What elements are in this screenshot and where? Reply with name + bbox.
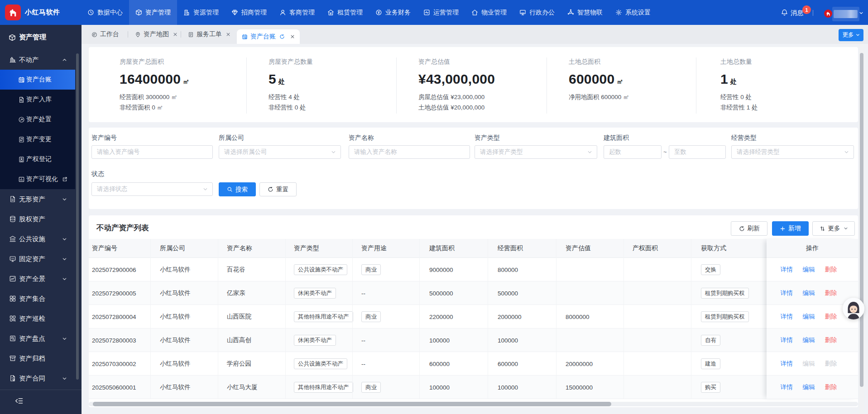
company-select[interactable]: 请选择所属公司 (219, 145, 341, 159)
edit-link[interactable]: 编辑 (803, 336, 815, 344)
nav-item-operation-management[interactable]: 运营管理 (417, 0, 465, 25)
column-header-property-area[interactable]: 产权面积 (633, 239, 658, 258)
asset-type-select[interactable]: 请选择资产类型 (475, 145, 597, 159)
delete-link[interactable]: 删除 (825, 289, 837, 297)
table-row[interactable]: 2025072900005 小红马软件 亿家亲 休闲类不动产 -- 500000… (89, 281, 858, 305)
column-header-asset-type[interactable]: 资产类型 (294, 239, 319, 258)
stat-label: 房屋资产总数量 (269, 58, 397, 66)
column-header-asset-usage[interactable]: 资产用途 (361, 239, 387, 258)
delete-link[interactable]: 删除 (825, 313, 837, 321)
edit-link[interactable]: 编辑 (803, 313, 815, 321)
refresh-icon[interactable] (279, 34, 285, 39)
avatar[interactable] (824, 10, 832, 18)
horse-logo-icon (8, 7, 18, 18)
assistant-girl-icon (843, 298, 864, 319)
asset-name-input[interactable]: 请输入资产名称 (349, 145, 470, 159)
delete-link[interactable]: 删除 (825, 336, 837, 344)
sidebar-subitem-asset-visualization[interactable]: 资产可视化 (0, 169, 75, 189)
stats-summary-card: 房屋资产总面积 16400000㎡ 经营面积 3000000 ㎡ 非经营面积 0… (89, 47, 858, 122)
horizontal-scrollbar-thumb[interactable] (93, 402, 611, 406)
acquire-method-tag: 租赁到期购买权 (701, 288, 749, 299)
close-icon[interactable] (290, 34, 295, 39)
nav-item-property-management[interactable]: 物业管理 (465, 0, 513, 25)
detail-link[interactable]: 详情 (781, 383, 793, 391)
nav-item-lease-management[interactable]: 租赁管理 (321, 0, 369, 25)
column-header-operate-area[interactable]: 经营面积 (498, 239, 523, 258)
sidebar-item-asset-inspection[interactable]: 资产巡检 (0, 309, 75, 328)
detail-link[interactable]: 详情 (781, 336, 793, 344)
nav-item-data-center[interactable]: 数据中心 (81, 0, 129, 25)
sidebar-item-asset-archive[interactable]: 资产归档 (0, 348, 75, 368)
edit-link[interactable]: 编辑 (803, 383, 815, 391)
tabbar-more-button[interactable]: 更多 (839, 29, 863, 41)
table-row[interactable]: 2025070300002 小红马软件 学府公园 公共设施类不动产 -- 600… (89, 352, 858, 376)
sidebar-item-asset-collection[interactable]: 资产集合 (0, 289, 75, 309)
app-logo[interactable] (5, 5, 21, 20)
nav-item-business-finance[interactable]: 业务财务 (369, 0, 417, 25)
assistant-avatar[interactable] (843, 298, 864, 319)
sidebar-item-public-facilities[interactable]: 公共设施 (0, 229, 75, 249)
nav-item-merchant-management[interactable]: 客商管理 (273, 0, 321, 25)
edit-link[interactable]: 编辑 (803, 289, 815, 297)
tab-asset-ledger[interactable]: 资产台账 (237, 29, 300, 44)
table-row[interactable]: 2025072800003 小红马软件 山西高创 休闲类不动产 -- 10000… (89, 328, 858, 352)
table-row[interactable]: 2025072800004 小红马软件 山西医院 其他特殊用途不动产 商业 22… (89, 305, 858, 328)
sidebar-item-real-estate[interactable]: 不动产 (0, 50, 75, 70)
sidebar-item-fixed-assets[interactable]: 固定资产 (0, 249, 75, 269)
user-name-redacted[interactable] (834, 10, 858, 18)
sidebar-subitem-property-registration[interactable]: 产权登记 (0, 149, 75, 169)
sidebar-item-equity-assets[interactable]: 股权资产 (0, 209, 75, 229)
tab-asset-map[interactable]: 资产地图 (135, 30, 177, 38)
reset-button[interactable]: 重置 (259, 182, 297, 196)
vertical-scrollbar-thumb[interactable] (860, 53, 863, 387)
nav-item-system-settings[interactable]: 系统设置 (609, 0, 657, 25)
column-header-asset-name[interactable]: 资产名称 (227, 239, 252, 258)
add-button[interactable]: 新增 (772, 221, 809, 236)
sidebar-scrollbar-thumb[interactable] (76, 53, 79, 380)
sidebar-subitem-asset-ledger[interactable]: 资产台账 (0, 70, 75, 90)
nav-item-smart-iot[interactable]: 智慧物联 (561, 0, 609, 25)
detail-link[interactable]: 详情 (781, 313, 793, 321)
tab-service-order[interactable]: 服务工单 (188, 30, 230, 38)
column-header-acquire-method[interactable]: 获取方式 (701, 239, 726, 258)
detail-link[interactable]: 详情 (781, 266, 793, 274)
messages-link[interactable]: 消息 (791, 9, 803, 17)
nav-item-investment-management[interactable]: 招商管理 (225, 0, 273, 25)
sidebar-subitem-asset-change[interactable]: 资产变更 (0, 129, 75, 149)
column-header-build-area[interactable]: 建筑面积 (429, 239, 455, 258)
delete-link[interactable]: 删除 (825, 383, 837, 391)
nav-item-resource-management[interactable]: 资源管理 (177, 0, 225, 25)
status-select[interactable]: 请选择状态 (91, 182, 213, 196)
sidebar-item-asset-stocktaking[interactable]: 资产盘点 (0, 328, 75, 348)
sidebar-subitem-asset-inbound[interactable]: 资产入库 (0, 90, 75, 109)
nav-item-asset-management[interactable]: 资产管理 (129, 0, 177, 25)
detail-link[interactable]: 详情 (781, 360, 793, 368)
detail-link[interactable]: 详情 (781, 289, 793, 297)
sidebar-item-asset-contract[interactable]: 资产合同 (0, 368, 75, 388)
delete-link[interactable]: 删除 (825, 266, 837, 274)
column-header-company[interactable]: 所属公司 (160, 239, 185, 258)
column-header-valuation[interactable]: 资产估值 (566, 239, 591, 258)
sidebar-item-asset-panorama[interactable]: 资产全景 (0, 269, 75, 289)
close-icon[interactable] (226, 32, 230, 37)
build-area-to-input[interactable]: 至数 (669, 145, 726, 159)
asset-code-input[interactable]: 请输入资产编号 (91, 145, 213, 159)
table-row[interactable]: 2025072900006 小红马软件 百花谷 公共设施类不动产 商业 9000… (89, 258, 858, 281)
search-button[interactable]: 搜索 (219, 182, 256, 196)
menu-fold-icon[interactable] (14, 396, 24, 405)
open-tabs: 工作台 资产地图 服务工单 资产台账 (91, 25, 300, 44)
nav-item-administration[interactable]: 行政办公 (513, 0, 561, 25)
filter-label-asset-type: 资产类型 (475, 134, 500, 142)
bell-icon[interactable] (781, 9, 788, 16)
close-icon[interactable] (173, 32, 177, 37)
edit-link[interactable]: 编辑 (803, 266, 815, 274)
table-more-button[interactable]: 更多 (812, 221, 855, 236)
column-header-asset-code[interactable]: 资产编号 (92, 239, 117, 258)
operate-type-select[interactable]: 请选择经营类型 (731, 145, 854, 159)
sidebar-subitem-asset-disposal[interactable]: 资产处置 (0, 109, 75, 129)
table-row[interactable]: 2025050600001 小红马软件 小红马大厦 其他特殊用途不动产 商业 1… (89, 376, 858, 399)
refresh-button[interactable]: 刷新 (731, 221, 767, 236)
build-area-from-input[interactable]: 起数 (604, 145, 662, 159)
tab-workbench[interactable]: 工作台 (91, 30, 119, 38)
sidebar-item-intangible-assets[interactable]: 无形资产 (0, 189, 75, 209)
